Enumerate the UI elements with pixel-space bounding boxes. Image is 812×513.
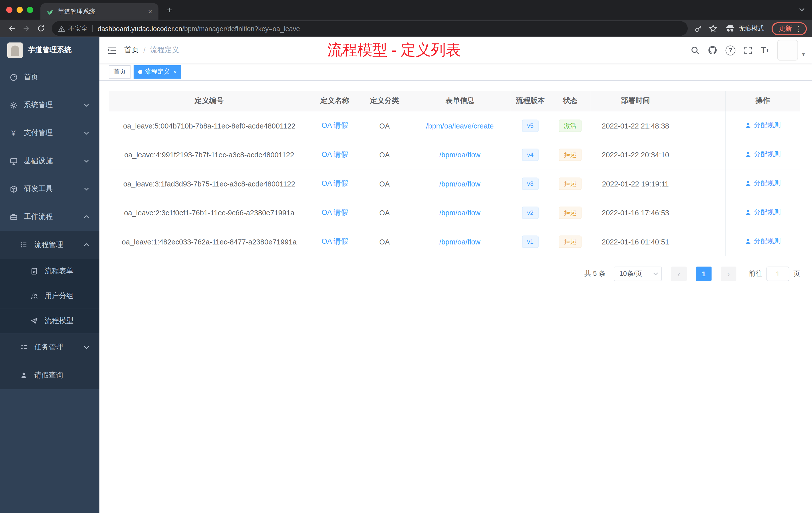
page-number-button[interactable]: 1 xyxy=(696,267,712,281)
col-form-info: 表单信息 xyxy=(409,91,511,111)
definition-name-link[interactable]: OA 请假 xyxy=(321,208,348,216)
col-spacer xyxy=(680,91,725,111)
bookmark-star-icon[interactable] xyxy=(706,22,720,35)
cell-category: OA xyxy=(360,140,409,169)
sidebar-item-workflow[interactable]: 工作流程 xyxy=(0,203,99,231)
cell-definition-id: oa_leave:5:004b710b-7b8a-11ec-8ef0-acde4… xyxy=(109,111,310,140)
sidebar-item-process-model[interactable]: 流程模型 xyxy=(0,308,99,333)
gear-icon xyxy=(9,101,18,109)
help-icon[interactable]: ? xyxy=(721,45,740,55)
version-badge: v2 xyxy=(522,206,539,219)
reload-icon[interactable] xyxy=(34,22,48,35)
assign-rule-button[interactable]: 分配规则 xyxy=(745,150,781,159)
address-bar[interactable]: 不安全 dashboard.yudao.iocoder.cn /bpm/mana… xyxy=(52,21,688,36)
cell-definition-id: oa_leave:1:482ec033-762a-11ec-8477-a2380… xyxy=(109,227,310,256)
sidebar-item-home[interactable]: 首页 xyxy=(0,63,99,91)
back-icon[interactable] xyxy=(5,22,19,35)
assign-rule-button[interactable]: 分配规则 xyxy=(745,208,781,217)
form-link[interactable]: /bpm/oa/flow xyxy=(439,237,481,246)
cell-spacer xyxy=(680,169,725,198)
avatar[interactable] xyxy=(777,40,798,61)
form-link[interactable]: /bpm/oa/flow xyxy=(439,150,481,159)
zoom-window-button[interactable] xyxy=(27,7,33,13)
definition-name-link[interactable]: OA 请假 xyxy=(321,237,348,245)
cell-deploy-time: 2022-01-16 01:40:51 xyxy=(590,227,680,256)
next-page-button[interactable]: › xyxy=(721,267,736,281)
pagination: 共 5 条 10条/页 ‹ 1 › 前往 页 xyxy=(109,267,800,281)
cube-icon xyxy=(9,185,18,193)
tag-home[interactable]: 首页 xyxy=(109,65,130,79)
sidebar-item-user-group[interactable]: 用户分组 xyxy=(0,283,99,308)
prev-page-button[interactable]: ‹ xyxy=(671,267,687,281)
breadcrumb-home[interactable]: 首页 xyxy=(124,46,139,55)
sidebar-item-system[interactable]: 系统管理 xyxy=(0,91,99,119)
page-size-select[interactable]: 10条/页 xyxy=(614,267,662,281)
avatar-caret-icon[interactable]: ▼ xyxy=(801,52,806,57)
form-link[interactable]: /bpm/oa/leave/create xyxy=(426,121,494,130)
font-size-icon[interactable]: TT xyxy=(757,46,773,55)
sidebar-logo[interactable]: 芋道管理系统 xyxy=(0,37,99,63)
definition-name-link[interactable]: OA 请假 xyxy=(321,121,348,129)
chevron-down-icon xyxy=(84,346,89,349)
assign-rule-button[interactable]: 分配规则 xyxy=(745,179,781,188)
browser-menu-kebab-icon[interactable]: ⋮ xyxy=(795,25,802,32)
chevron-up-icon xyxy=(84,215,89,218)
col-status: 状态 xyxy=(550,91,590,111)
forward-icon[interactable] xyxy=(20,22,33,35)
status-badge: 挂起 xyxy=(559,148,581,161)
tab-close-icon[interactable]: × xyxy=(147,7,153,16)
status-badge: 挂起 xyxy=(559,206,581,219)
password-key-icon[interactable] xyxy=(692,22,705,35)
definition-name-link[interactable]: OA 请假 xyxy=(321,150,348,158)
page-unit-label: 页 xyxy=(793,269,800,279)
sidebar-item-task-management[interactable]: 任务管理 xyxy=(0,333,99,361)
definition-name-link[interactable]: OA 请假 xyxy=(321,179,348,187)
cell-spacer xyxy=(680,198,725,227)
sidebar-item-payment[interactable]: ¥ 支付管理 xyxy=(0,119,99,147)
app-root: 芋道管理系统 首页 系统管理 ¥ 支付管理 基础设施 xyxy=(0,37,812,513)
status-badge: 挂起 xyxy=(559,177,581,190)
close-window-button[interactable] xyxy=(6,7,12,13)
assign-rule-button[interactable]: 分配规则 xyxy=(745,237,781,246)
col-definition-id: 定义编号 xyxy=(109,91,310,111)
browser-tab[interactable]: 芋道管理系统 × xyxy=(40,3,158,20)
table-header-row: 定义编号 定义名称 定义分类 表单信息 流程版本 状态 部署时间 操作 xyxy=(109,91,800,111)
table-row: oa_leave:3:1fad3d93-7b75-11ec-a3c8-acde4… xyxy=(109,169,800,198)
form-link[interactable]: /bpm/oa/flow xyxy=(439,179,481,188)
cell-spacer xyxy=(680,111,725,140)
tab-search-chevron-icon[interactable] xyxy=(799,8,805,11)
page-content: 定义编号 定义名称 定义分类 表单信息 流程版本 状态 部署时间 操作 xyxy=(99,81,812,513)
github-icon[interactable] xyxy=(704,46,721,55)
window-controls xyxy=(6,7,33,13)
chevron-down-icon xyxy=(84,104,89,107)
chrome-update-button[interactable]: 更新 ⋮ xyxy=(772,22,807,35)
sidebar-item-process-form[interactable]: 流程表单 xyxy=(0,259,99,283)
fullscreen-icon[interactable] xyxy=(740,46,757,55)
version-badge: v3 xyxy=(522,177,539,190)
sidebar-item-process-management[interactable]: 流程管理 xyxy=(0,231,99,259)
page-goto-input[interactable] xyxy=(766,267,789,281)
sidebar-item-infrastructure[interactable]: 基础设施 xyxy=(0,147,99,175)
tag-close-icon[interactable]: × xyxy=(174,68,177,75)
security-label[interactable]: 不安全 xyxy=(68,24,88,33)
status-badge: 激活 xyxy=(559,119,581,132)
url-path: /bpm/manager/definition?key=oa_leave xyxy=(182,25,300,32)
table-row: oa_leave:1:482ec033-762a-11ec-8477-a2380… xyxy=(109,227,800,256)
url-domain: dashboard.yudao.iocoder.cn xyxy=(98,25,182,32)
breadcrumb-separator: / xyxy=(143,46,145,55)
sidebar: 芋道管理系统 首页 系统管理 ¥ 支付管理 基础设施 xyxy=(0,37,99,513)
goto-label: 前往 xyxy=(749,269,762,279)
page-annotation-title: 流程模型 - 定义列表 xyxy=(327,40,461,61)
sidebar-item-leave-query[interactable]: 请假查询 xyxy=(0,361,99,389)
col-deploy-time: 部署时间 xyxy=(590,91,680,111)
search-icon[interactable] xyxy=(687,46,704,55)
yen-icon: ¥ xyxy=(9,129,18,137)
tag-process-definition[interactable]: 流程定义 × xyxy=(134,65,181,79)
form-link[interactable]: /bpm/oa/flow xyxy=(439,208,481,217)
logo-image xyxy=(7,42,23,58)
minimize-window-button[interactable] xyxy=(17,7,23,13)
assign-rule-button[interactable]: 分配规则 xyxy=(745,121,781,130)
sidebar-item-dev-tools[interactable]: 研发工具 xyxy=(0,175,99,203)
new-tab-button[interactable]: + xyxy=(167,4,172,16)
sidebar-toggle-icon[interactable] xyxy=(99,46,124,55)
